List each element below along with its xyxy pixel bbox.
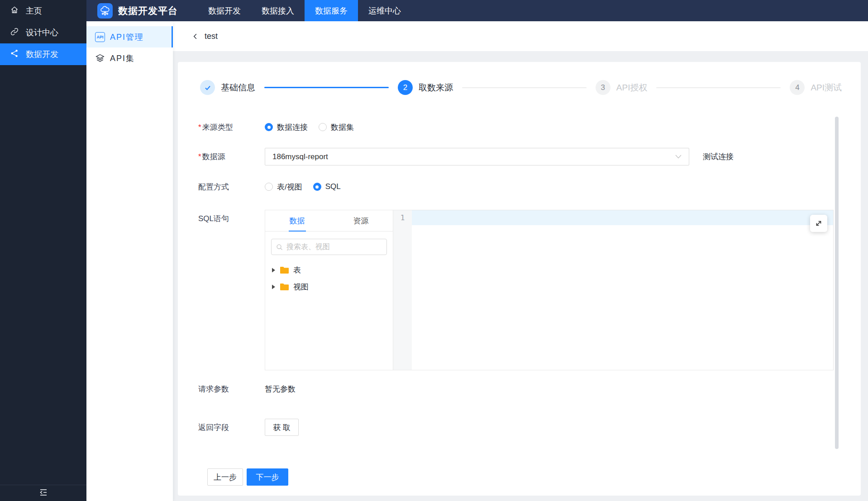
breadcrumb: test [173, 21, 868, 51]
form-row-config-mode: 配置方式 表/视图 SQL [198, 180, 861, 194]
api-icon: API [95, 32, 105, 42]
next-step-button[interactable]: 下一步 [247, 468, 288, 486]
step-label: 取数来源 [419, 82, 453, 94]
step-label: 基础信息 [221, 82, 255, 94]
fetch-fields-button[interactable]: 获 取 [265, 419, 299, 436]
field-label: *数据源 [198, 151, 265, 162]
nav-tab-data-dev[interactable]: 数据开发 [198, 0, 251, 21]
folder-icon [280, 266, 289, 274]
form-row-datasource: *数据源 186mysql-report 测试连接 [198, 148, 861, 165]
menu-fold-icon[interactable] [38, 489, 48, 498]
step-api-test: 4 API测试 [790, 80, 842, 95]
nav-tab-ops-center[interactable]: 运维中心 [358, 0, 411, 21]
editor-gutter: 1 [393, 210, 412, 370]
page-title: test [205, 32, 218, 41]
top-navbar: 数据开发平台 数据开发 数据接入 数据服务 运维中心 [86, 0, 868, 21]
radio-table-view[interactable]: 表/视图 [265, 182, 302, 192]
sub-item-label: API管理 [110, 32, 144, 43]
radio-data-connection[interactable]: 数据连接 [265, 122, 308, 132]
search-input[interactable] [286, 243, 382, 251]
step-basic-info: 基础信息 [200, 80, 255, 95]
folder-icon [280, 283, 289, 291]
sidebar-item-data-dev[interactable]: 数据开发 [0, 43, 86, 65]
step-number: 3 [596, 80, 610, 95]
step-label: API授权 [616, 82, 648, 94]
table-search-box [271, 239, 387, 255]
tab-resource[interactable]: 资源 [329, 210, 393, 231]
sql-browser-tabs: 数据 资源 [265, 210, 393, 232]
radio-unchecked-icon [265, 183, 273, 191]
config-mode-radio-group: 表/视图 SQL [265, 182, 341, 192]
form-row-sql: SQL语句 数据 资源 [198, 210, 861, 370]
layers-icon [95, 53, 105, 63]
source-type-radio-group: 数据连接 数据集 [265, 122, 354, 132]
step-label: API测试 [811, 82, 842, 94]
vertical-scrollbar[interactable] [835, 117, 839, 449]
form-row-source-type: *来源类型 数据连接 数据集 [198, 120, 861, 134]
main-content: 基础信息 2 取数来源 3 API授权 4 API测试 *来源类型 [173, 51, 868, 501]
wizard-footer: 上一步 下一步 [207, 468, 861, 486]
required-mark: * [198, 152, 201, 161]
caret-right-icon[interactable] [272, 268, 276, 273]
datasource-select[interactable]: 186mysql-report [265, 148, 689, 165]
prev-step-button[interactable]: 上一步 [207, 468, 243, 486]
field-label: 请求参数 [198, 384, 265, 394]
editor-active-line [412, 210, 833, 225]
field-label: *来源类型 [198, 122, 265, 132]
sidebar-item-label: 主页 [26, 5, 42, 16]
sql-editor[interactable] [412, 210, 833, 370]
field-label: SQL语句 [198, 210, 265, 224]
step-connector [462, 87, 587, 88]
app-logo[interactable] [97, 3, 113, 19]
sidebar-footer [0, 485, 86, 501]
radio-dataset[interactable]: 数据集 [319, 122, 354, 132]
radio-checked-icon [313, 183, 321, 191]
caret-right-icon[interactable] [272, 284, 276, 289]
sidebar-item-home[interactable]: 主页 [0, 0, 86, 22]
sql-panel: 数据 资源 [265, 210, 834, 370]
required-mark: * [198, 123, 201, 132]
radio-sql[interactable]: SQL [313, 182, 341, 191]
radio-unchecked-icon [319, 123, 327, 131]
app-title: 数据开发平台 [118, 5, 178, 17]
form-row-request-params: 请求参数 暂无参数 [198, 382, 861, 396]
sidebar-item-design-center[interactable]: 设计中心 [0, 22, 86, 43]
tree-item-views[interactable]: 视图 [265, 279, 393, 295]
sidebar-item-api-set[interactable]: API集 [86, 47, 173, 69]
step-connector [656, 87, 781, 88]
tree-item-tables[interactable]: 表 [265, 262, 393, 279]
stepper: 基础信息 2 取数来源 3 API授权 4 API测试 [200, 80, 842, 95]
sql-browser-pane: 数据 资源 [265, 210, 393, 370]
tab-data[interactable]: 数据 [265, 210, 329, 231]
test-connection-link[interactable]: 测试连接 [703, 151, 734, 162]
step-check-icon [200, 80, 215, 95]
nav-tab-data-access[interactable]: 数据接入 [251, 0, 305, 21]
search-icon [276, 244, 283, 250]
request-params-value: 暂无参数 [265, 384, 296, 394]
step-data-source: 2 取数来源 [398, 80, 453, 95]
radio-checked-icon [265, 123, 273, 131]
step-number: 4 [790, 80, 805, 95]
home-icon [10, 5, 19, 17]
primary-sidebar: 主页 设计中心 数据开发 [0, 0, 86, 501]
nav-tab-data-service[interactable]: 数据服务 [305, 0, 358, 21]
wizard-card: 基础信息 2 取数来源 3 API授权 4 API测试 *来源类型 [178, 62, 861, 496]
step-api-auth: 3 API授权 [596, 80, 648, 95]
field-label: 返回字段 [198, 422, 265, 433]
sidebar-item-label: 数据开发 [26, 49, 58, 60]
field-label: 配置方式 [198, 182, 265, 192]
datasource-select-value: 186mysql-report [272, 152, 675, 161]
share-icon [10, 49, 19, 60]
step-connector [264, 87, 389, 88]
step-number: 2 [398, 80, 413, 95]
secondary-sidebar: API API管理 API集 [86, 21, 173, 501]
sub-item-label: API集 [110, 53, 135, 64]
expand-icon[interactable] [810, 215, 827, 232]
sidebar-item-api-management[interactable]: API API管理 [86, 26, 173, 47]
top-nav-tabs: 数据开发 数据接入 数据服务 运维中心 [198, 0, 411, 21]
chevron-down-icon [675, 155, 682, 159]
link-icon [10, 27, 19, 38]
form-row-return-fields: 返回字段 获 取 [198, 419, 861, 436]
chevron-left-icon[interactable] [192, 33, 199, 40]
sidebar-item-label: 设计中心 [26, 27, 58, 38]
